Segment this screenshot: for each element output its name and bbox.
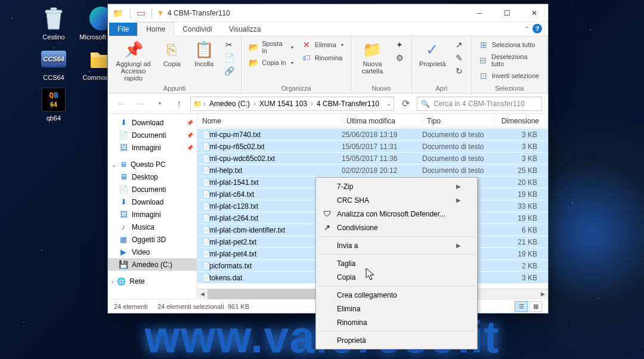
nav-item[interactable]: 📄Documenti📌 — [108, 129, 197, 141]
nav-item-label: Documenti — [132, 131, 166, 140]
paste-shortcut-button[interactable]: 🔗 — [222, 65, 236, 77]
invert-selection-button[interactable]: ⊡Inverti selezione — [476, 70, 543, 82]
menu-item[interactable]: Elimina — [318, 302, 475, 315]
easy-access-button[interactable]: ⚙ — [392, 52, 407, 64]
tab-file[interactable]: File — [109, 23, 137, 36]
nav-item[interactable]: 🖼Immagini📌 — [108, 141, 197, 154]
menu-item[interactable]: Copia — [318, 270, 475, 284]
nav-item[interactable]: 🖥Desktop — [108, 171, 197, 183]
up-button[interactable]: ↑ — [171, 96, 187, 112]
nav-item[interactable]: 💾Amedeo (C:) — [108, 258, 197, 271]
maximize-button[interactable]: ☐ — [493, 4, 521, 22]
btn-label: Elimina — [315, 41, 336, 48]
history-button[interactable]: ↻ — [452, 65, 466, 77]
col-type[interactable]: Tipo — [422, 117, 494, 125]
titlebar[interactable]: 📁 ▭ ▾ 4 CBM-Transfer110 ─ ☐ ✕ — [108, 4, 548, 22]
help-icon[interactable]: ? — [532, 24, 542, 33]
menu-item[interactable]: Proprietà — [318, 333, 475, 347]
menu-item[interactable]: Taglia — [318, 256, 475, 270]
menu-item[interactable]: CRC SHA▶ — [318, 193, 475, 207]
menu-item[interactable]: Rinomina — [318, 315, 475, 329]
qat-new-folder-icon[interactable]: ▾ — [158, 7, 163, 18]
nav-item[interactable]: ⬇Download📌 — [108, 116, 197, 129]
menu-item[interactable]: ↗Condivisione — [318, 221, 475, 234]
edit-button[interactable]: ✎ — [452, 52, 466, 64]
refresh-button[interactable]: ⟳ — [398, 96, 413, 112]
pin-icon: 📌 — [187, 145, 193, 151]
rename-button[interactable]: 🏷Rinomina — [299, 52, 346, 64]
new-item-button[interactable]: ✦ — [392, 39, 407, 51]
col-size[interactable]: Dimensione — [494, 117, 548, 125]
collapse-ribbon-icon[interactable]: ⌃ — [524, 26, 529, 32]
select-none-button[interactable]: ⊟Deseleziona tutto — [476, 52, 543, 69]
breadcrumb-seg[interactable]: Amedeo (C:) — [207, 98, 252, 109]
nav-item[interactable]: 📄Documenti — [108, 183, 197, 196]
file-icon: 📄 — [197, 190, 209, 199]
copy-to-button[interactable]: 📂Copia in▾ — [246, 57, 295, 69]
desktop-icon-cestino[interactable]: Cestino — [30, 6, 78, 41]
nav-item[interactable]: ⬇Download — [108, 196, 197, 208]
tab-view[interactable]: Visualizza — [221, 23, 270, 36]
close-button[interactable]: ✕ — [521, 4, 548, 22]
delete-button[interactable]: ✕Elimina▾ — [299, 39, 346, 51]
col-date[interactable]: Ultima modifica — [342, 117, 422, 125]
breadcrumb-seg[interactable]: 4 CBM-Transfer110 — [314, 98, 382, 109]
nav-item[interactable]: 🖼Immagini — [108, 208, 197, 221]
ribbon-group-organize: 📂Sposta in▾ 📂Copia in▾ ✕Elimina▾ 🏷Rinomi… — [242, 36, 351, 93]
nav-item[interactable]: ♪Musica — [108, 221, 197, 233]
menu-item[interactable]: 🛡Analizza con Microsoft Defender... — [318, 207, 475, 221]
minimize-button[interactable]: ─ — [466, 4, 493, 22]
desktop-icon-ccs64[interactable]: CCS64 CCS64 — [30, 47, 78, 81]
paste-button[interactable]: 📋Incolla — [190, 39, 218, 69]
breadcrumb-drop-icon[interactable]: ⌄ — [386, 100, 391, 107]
move-to-button[interactable]: 📂Sposta in▾ — [246, 39, 295, 55]
copy-path-button[interactable]: 📄 — [222, 52, 236, 64]
scroll-left-icon[interactable]: ◀ — [197, 289, 208, 299]
column-headers[interactable]: Nome Ultima modifica Tipo Dimensione — [197, 114, 548, 128]
menu-item[interactable]: Invia a▶ — [318, 239, 475, 252]
context-menu[interactable]: 7-Zip▶CRC SHA▶🛡Analizza con Microsoft De… — [315, 177, 478, 349]
nav-label: Questo PC — [131, 160, 166, 169]
new-folder-button[interactable]: 📁Nuova cartella — [356, 39, 389, 76]
menu-item[interactable]: 7-Zip▶ — [318, 180, 475, 193]
tab-share[interactable]: Condividi — [174, 23, 220, 36]
nav-this-pc[interactable]: ⌄🖥Questo PC — [108, 159, 197, 171]
select-all-button[interactable]: ⊞Seleziona tutto — [476, 39, 543, 51]
desktop-icon-qb64[interactable]: QB64 qb64 — [30, 87, 78, 122]
copy-button[interactable]: ⎘Copia — [157, 39, 186, 69]
col-name[interactable]: Nome — [197, 117, 342, 125]
cut-button[interactable]: ✂ — [222, 39, 236, 51]
breadcrumb-seg[interactable]: XUM 1541 103 — [257, 98, 309, 109]
breadcrumb[interactable]: 📁 › Amedeo (C:)› XUM 1541 103› 4 CBM-Tra… — [190, 97, 394, 111]
network-icon: 🌐 — [117, 277, 126, 286]
file-date: 15/05/2017 11:36 — [342, 154, 422, 163]
submenu-arrow-icon: ▶ — [456, 197, 461, 203]
tab-home[interactable]: Home — [137, 22, 174, 36]
file-type: Documento di testo — [422, 154, 494, 163]
btn-label: Incolla — [194, 60, 213, 67]
search-input[interactable]: 🔍 Cerca in 4 CBM-Transfer110 — [417, 97, 542, 111]
nav-pane[interactable]: ⬇Download📌📄Documenti📌🖼Immagini📌 ⌄🖥Questo… — [108, 114, 197, 299]
file-size: 6 KB — [494, 226, 548, 234]
btn-label: Deseleziona tutto — [491, 53, 540, 67]
pin-to-quick-access-button[interactable]: 📌Aggiungi ad Accesso rapido — [113, 39, 154, 83]
nav-network[interactable]: ›🌐Rete — [108, 276, 197, 287]
back-button[interactable]: ← — [114, 96, 129, 112]
open-button[interactable]: ↗ — [452, 39, 466, 51]
qat-properties-icon[interactable]: ▭ — [137, 7, 145, 18]
view-large-button[interactable]: ▦ — [529, 301, 542, 312]
nav-item[interactable]: ▦Oggetti 3D — [108, 233, 197, 246]
file-row[interactable]: 📄ml-cpu-wdc65c02.txt15/05/2017 11:36Docu… — [197, 152, 548, 164]
menu-item[interactable]: Crea collegamento — [318, 288, 475, 302]
nav-item[interactable]: ▶Video — [108, 246, 197, 258]
view-details-button[interactable]: ☰ — [515, 301, 528, 312]
file-row[interactable]: 📄ml-cpu-m740.txt25/06/2018 13:19Document… — [197, 128, 548, 140]
btn-label: Proprietà — [419, 60, 446, 67]
recent-button[interactable]: ▾ — [152, 96, 168, 112]
scroll-right-icon[interactable]: ▶ — [538, 289, 548, 299]
forward-button[interactable]: → — [133, 96, 148, 112]
file-row[interactable]: 📄ml-cpu-r65c02.txt15/05/2017 11:31Docume… — [197, 140, 548, 152]
menu-item-label: Proprietà — [337, 336, 366, 345]
properties-button[interactable]: ✓Proprietà — [417, 39, 448, 69]
file-row[interactable]: 📄ml-help.txt02/02/2018 20:12Documento di… — [197, 164, 548, 176]
